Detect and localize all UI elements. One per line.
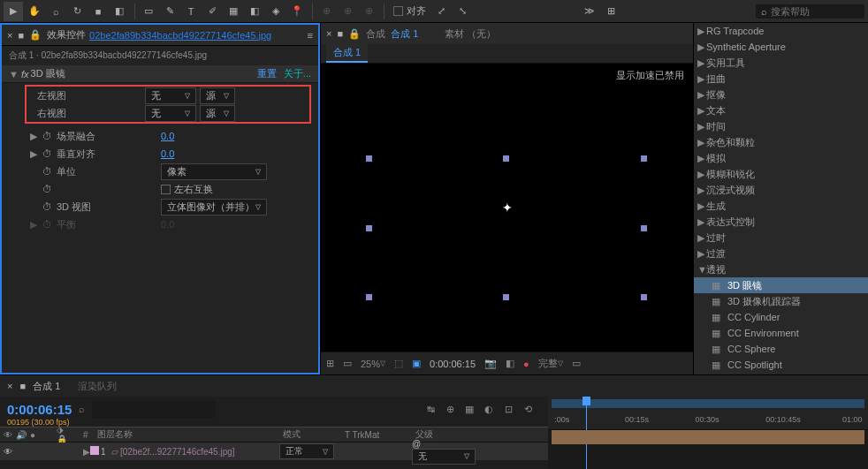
stopwatch-icon[interactable]: ⏱: [42, 184, 53, 194]
tl-btn-icon[interactable]: ⊕: [442, 402, 458, 416]
brush-tool-icon[interactable]: ✐: [202, 2, 222, 21]
menu-icon[interactable]: ■: [18, 30, 24, 41]
zoom-tool-icon[interactable]: ⌕: [46, 2, 65, 21]
expand-icon[interactable]: ▶: [30, 131, 39, 142]
selection-tool-icon[interactable]: ▶: [4, 2, 23, 21]
expand-icon[interactable]: ▶: [30, 148, 39, 160]
comp-tab[interactable]: 合成 1: [326, 44, 368, 63]
lock-icon[interactable]: 🔒: [348, 28, 361, 40]
eye-icon[interactable]: 👁: [4, 447, 12, 457]
units-dropdown[interactable]: 像素▽: [161, 163, 267, 180]
effect-category[interactable]: ▶抠像: [694, 87, 868, 102]
effect-category[interactable]: ▶模糊和锐化: [694, 166, 868, 182]
workspace-icon[interactable]: ⊞: [601, 2, 621, 21]
stopwatch-icon[interactable]: ⏱: [42, 166, 53, 177]
help-search[interactable]: ⌕: [756, 4, 864, 19]
clone-tool-icon[interactable]: ▦: [224, 2, 243, 21]
effect-item[interactable]: ▦CC Spotlight: [694, 357, 868, 373]
left-view-source-dropdown[interactable]: 源▽: [200, 87, 235, 104]
collapse-triangle-icon[interactable]: ▼: [9, 69, 18, 79]
handle[interactable]: [641, 155, 647, 162]
effect-category[interactable]: ▶生成: [694, 198, 868, 214]
timeline-timecode[interactable]: 0:00:06:15: [7, 402, 72, 417]
zoom-dropdown[interactable]: 25% ▽: [361, 359, 385, 369]
tl-btn-icon[interactable]: ↹: [423, 402, 438, 416]
snap-control[interactable]: 对齐: [393, 4, 426, 18]
handle[interactable]: [366, 155, 372, 162]
effect-category[interactable]: ▶实用工具: [694, 55, 868, 71]
effect-category[interactable]: ▶杂色和颗粒: [694, 134, 868, 150]
lock-icon[interactable]: 🔒: [29, 29, 42, 41]
orbit-tool-icon[interactable]: ↻: [67, 2, 87, 21]
about-link[interactable]: 关于...: [284, 67, 311, 80]
effect-item[interactable]: ▦CC Environment: [694, 325, 868, 341]
lr-swap-checkbox[interactable]: [161, 185, 171, 194]
scene-merge-value[interactable]: 0.0: [161, 131, 174, 141]
effect-item[interactable]: ▦3D 眼镜: [694, 277, 868, 293]
timeline-navigator[interactable]: [552, 399, 864, 408]
effect-item[interactable]: ▦CC Cylinder: [694, 309, 868, 325]
mask-icon[interactable]: ▣: [412, 358, 421, 369]
eye-icon[interactable]: 👁: [4, 430, 12, 440]
left-view-dropdown[interactable]: 无▽: [145, 87, 196, 104]
timeline-track-area[interactable]: :00s 00:15s 00:30s 00:10:45s 01:00: [548, 397, 868, 469]
shape-tool-icon[interactable]: ▭: [139, 2, 158, 21]
effect-item[interactable]: ▦径向阴影: [694, 373, 868, 374]
effect-category[interactable]: ▶过渡: [694, 246, 868, 261]
effect-category[interactable]: ▶模拟: [694, 150, 868, 166]
color-icon[interactable]: ●: [523, 359, 529, 369]
effect-category[interactable]: ▶时间: [694, 118, 868, 134]
pickwhip-icon[interactable]: @: [412, 439, 421, 449]
handle[interactable]: [503, 155, 509, 162]
snapping-ext-icon[interactable]: ⤡: [453, 2, 472, 21]
right-view-dropdown[interactable]: 无▽: [145, 105, 196, 122]
handle[interactable]: [503, 294, 509, 300]
panel-filename[interactable]: 02be2fa89b334bacbd492277146cfe45.jpg: [89, 30, 271, 41]
handle[interactable]: [366, 294, 372, 300]
hand-tool-icon[interactable]: ✋: [25, 2, 44, 21]
effect-category[interactable]: ▶过时: [694, 230, 868, 246]
timeline-ruler[interactable]: :00s 00:15s 00:30s 00:10:45s 01:00: [548, 412, 868, 430]
view3d-dropdown[interactable]: 立体图像对（并排）▽: [161, 199, 267, 216]
effect-category[interactable]: ▶扭曲: [694, 71, 868, 87]
solo-icon[interactable]: ●: [30, 430, 35, 440]
anchor-point-icon[interactable]: ✦: [502, 200, 513, 215]
reset-link[interactable]: 重置: [257, 67, 277, 80]
effect-category[interactable]: ▶文本: [694, 102, 868, 118]
mode-dropdown[interactable]: 正常▽: [279, 443, 334, 459]
col-trkmat[interactable]: T TrkMat: [341, 430, 412, 440]
close-icon[interactable]: ×: [326, 28, 331, 39]
fx-header[interactable]: ▼ fx 3D 眼镜 重置 关于...: [2, 65, 318, 83]
col-mode[interactable]: 模式: [279, 428, 341, 441]
right-view-source-dropdown[interactable]: 源▽: [200, 105, 235, 122]
comp-tab[interactable]: 合成 1: [33, 380, 60, 393]
help-search-input[interactable]: [771, 6, 859, 17]
snapshot-icon[interactable]: 📷: [484, 358, 497, 369]
effect-category[interactable]: ▶表达式控制: [694, 214, 868, 230]
stopwatch-icon[interactable]: ⏱: [42, 131, 53, 141]
search-icon[interactable]: ⌕: [79, 404, 85, 414]
parent-dropdown[interactable]: 无▽: [412, 449, 476, 465]
channel-icon[interactable]: ⬚: [394, 358, 403, 369]
resolution-dropdown[interactable]: 完整 ▽: [538, 357, 563, 370]
text-tool-icon[interactable]: T: [181, 2, 201, 21]
composition-viewer[interactable]: 显示加速已禁用 ✦: [321, 64, 693, 352]
panel-menu-icon[interactable]: ≡: [308, 30, 313, 41]
resolution-icon[interactable]: ▭: [343, 358, 352, 369]
puppet-tool-icon[interactable]: 📍: [287, 2, 307, 21]
pen-tool-icon[interactable]: ✎: [160, 2, 179, 21]
tl-btn-icon[interactable]: ▦: [461, 402, 477, 416]
tl-btn-icon[interactable]: ⟲: [520, 402, 536, 416]
roto-tool-icon[interactable]: ◈: [266, 2, 286, 21]
effect-item[interactable]: ▦3D 摄像机跟踪器: [694, 293, 868, 309]
close-icon[interactable]: ×: [7, 30, 12, 41]
pan-behind-tool-icon[interactable]: ◧: [110, 2, 129, 21]
eraser-tool-icon[interactable]: ◧: [245, 2, 264, 21]
timeline-search-input[interactable]: [92, 401, 216, 418]
col-num[interactable]: #: [80, 430, 94, 440]
speaker-icon[interactable]: 🔊: [16, 430, 27, 440]
menu-icon[interactable]: ■: [337, 28, 343, 39]
valign-value[interactable]: 0.0: [161, 148, 174, 159]
col-layer-name[interactable]: 图层名称: [94, 428, 279, 441]
handle[interactable]: [641, 294, 647, 300]
